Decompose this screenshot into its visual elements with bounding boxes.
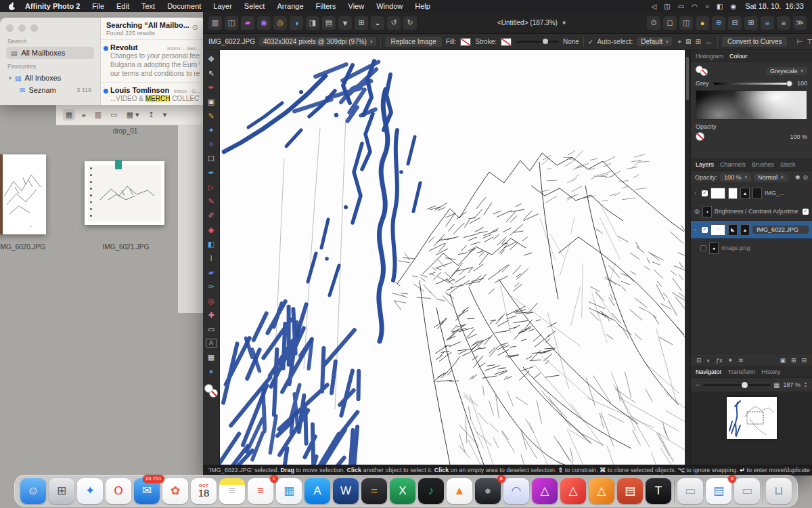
panel-tab[interactable]: Stock [780,161,796,168]
auto-select-checkbox[interactable]: ✓ [588,39,593,45]
pixel-tool[interactable]: ▰ [206,268,217,277]
menu-item[interactable]: Select [238,2,271,10]
layer-visibility-checkbox[interactable]: ✓ [702,227,708,233]
transform-origin-icon[interactable]: ⌖ [676,38,683,46]
move-tool[interactable]: ⇖ [206,68,217,78]
view-gallery-button[interactable]: ▭ [108,109,120,121]
no-colour-swatch[interactable] [696,132,704,141]
transform-icon[interactable]: ⊕ [712,16,725,30]
zoom-slider[interactable] [703,384,770,386]
menu-item[interactable]: File [86,2,110,10]
menu-item[interactable]: Window [370,2,409,10]
desktop-file-label[interactable]: IMG_6021.JPG [102,243,150,251]
gear-icon[interactable]: ✱ [795,174,800,181]
email-row[interactable]: Louis Tomlinson Inbox - G... ...VIDEO & … [101,82,203,105]
auto-select-dropdown[interactable]: Default ▾ [637,37,672,46]
canvas[interactable] [220,50,685,465]
export-persona-icon[interactable]: ◨ [306,16,319,30]
sidebar-item-all-inboxes[interactable]: ▾ ▤ All Inboxes [6,72,94,84]
calendar[interactable]: OCT 18 [191,478,217,504]
battery-icon[interactable]: ▭ [678,3,684,10]
panel-tab[interactable]: Colour [729,53,748,60]
zoom-tool[interactable]: ● [206,366,217,376]
colour-opacity-value[interactable]: 100 % [790,133,807,140]
greyscale-gradient-preview[interactable] [696,90,807,120]
close-button[interactable] [6,24,14,32]
vlc[interactable]: ▲ [447,478,472,504]
eye-icon[interactable]: ◎ [694,208,700,215]
flood-fill-tool[interactable]: ◆ [206,225,217,234]
open-icon[interactable]: ▤ [322,16,336,30]
volume-icon[interactable]: ◁ [652,3,657,10]
live-filter-button[interactable]: ✦ [728,357,734,364]
wifi-icon[interactable]: ◠ [692,3,698,10]
adjustment-button[interactable]: ◐ [707,357,710,364]
more-chevron-button[interactable]: ▾ [160,109,170,121]
replace-image-button[interactable]: Replace Image [385,37,441,47]
pdf-app[interactable]: ▤ [617,478,643,504]
menu-clock[interactable]: Sat 18. 10. 16:33 [745,2,804,10]
rotate-left-icon[interactable]: ↺ [387,16,401,30]
erase-brush-tool[interactable]: ✐ [206,211,217,220]
image-dimensions-dropdown[interactable]: 4032x3024 pixels @ 309dpi (97%) ▾ [259,37,377,46]
word[interactable]: W [333,478,359,504]
window-preview-2[interactable]: ▭ [734,478,760,504]
excel[interactable]: X [390,478,415,504]
duplicate-icon[interactable]: ⊟ [728,16,742,30]
paint-brush-tool[interactable]: ✎ [206,196,217,206]
menu-item[interactable]: Text [135,2,161,10]
sidebar-item-all-mailboxes[interactable]: ▤ All Mailboxes [6,47,94,59]
fill-colour-swatch[interactable] [204,384,213,393]
text-frame-tool[interactable]: I [206,253,217,263]
screen-mirroring-icon[interactable]: ◫ [664,3,670,10]
menu-item[interactable]: Edit [110,2,135,10]
expand-chevron-icon[interactable]: › [694,190,699,196]
remove-layer-button[interactable]: ⊟ [801,357,807,364]
menu-item[interactable]: View [342,2,371,10]
stroke-style-value[interactable]: None [563,38,579,45]
app-store[interactable]: A [304,478,330,504]
siri-icon[interactable]: ◉ [730,3,736,10]
align-icon[interactable]: ≡ [777,16,790,30]
preview-mode-icon[interactable]: ◻ [663,16,677,30]
desktop-file-thumbnail[interactable]: ~ [0,154,46,234]
guides-icon[interactable]: ◫ [225,16,238,30]
liquify-persona-icon[interactable]: ◉ [257,16,271,30]
align-center-icon[interactable]: ⊤ [805,38,812,45]
control-center-icon[interactable]: ◧ [717,3,723,10]
panel-tab[interactable]: Navigator [696,368,722,375]
photo-persona-icon[interactable]: ▰ [241,16,254,30]
safari[interactable]: ✦ [77,478,103,504]
view-grid-button[interactable]: ▦ [63,109,75,121]
camera-app[interactable]: ● 8 [475,478,501,504]
assistant-icon[interactable]: ◒ [371,16,384,30]
gradient-tool[interactable]: ◧ [206,239,217,249]
shape-tool[interactable]: ▭ [206,324,217,334]
chevron-down-icon[interactable]: ▾ [9,75,12,81]
email-row[interactable]: Revolut Inbox – Sez... Changes to your p… [101,39,203,82]
dock-divider[interactable] [763,480,763,503]
panel-tab[interactable]: Transform [728,368,756,375]
insert-icon[interactable]: ⊞ [744,16,758,30]
launchpad[interactable]: ⊞ [49,478,74,504]
mail[interactable]: ✉ 15 731 [134,478,160,504]
blend-mode-dropdown[interactable]: Normal ▾ [754,173,788,182]
menu-item[interactable]: Filters [310,2,342,10]
healing-brush-tool[interactable]: ✚ [206,310,217,320]
view-tool[interactable]: ✥ [206,54,217,64]
view-list-button[interactable]: ≡ [78,110,88,121]
group-button[interactable]: ▦ ▾ [124,109,142,121]
save-icon[interactable]: ▼ [338,16,352,30]
tone-mapping-persona-icon[interactable]: ◑ [290,16,303,30]
layer-opacity-dropdown[interactable]: 100 % ▾ [720,173,751,182]
assistant-bubble-icon[interactable]: ● [696,16,709,30]
zoom-stepper[interactable]: ▲▼ [804,381,807,389]
affinity-publisher[interactable]: △ [589,478,614,504]
view-columns-button[interactable]: ▥ [92,109,104,121]
split-view-icon[interactable]: ◫ [679,16,693,30]
mesh-warp-tool[interactable]: ▦ [206,352,217,362]
marquee-tool[interactable]: ☐ [206,154,217,163]
fit-view-icon[interactable]: ▦ [773,381,780,389]
finder[interactable]: ☺ [20,478,46,504]
panel-tab[interactable]: Brushes [752,161,774,168]
